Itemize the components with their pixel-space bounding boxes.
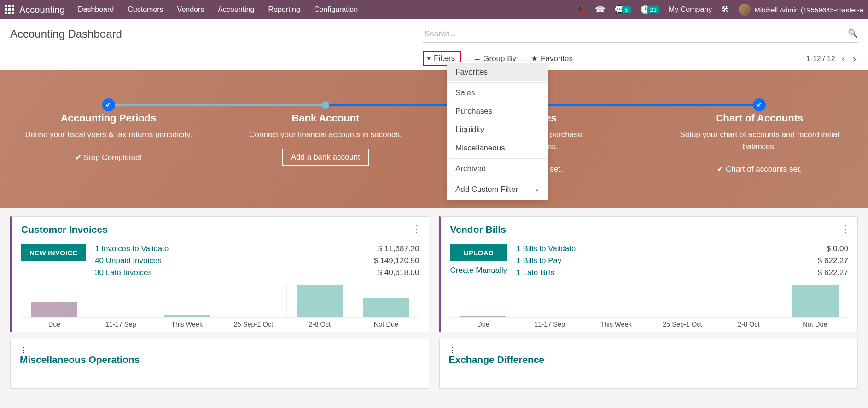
stat-value: $ 622.27 [818, 256, 848, 265]
menu-vendors[interactable]: Vendors [177, 6, 204, 14]
filter-icon: ▾ [427, 53, 431, 63]
check-icon: ✔ [753, 98, 766, 111]
support-icon[interactable]: ☎ [595, 5, 605, 15]
stat-value: $ 622.27 [818, 268, 848, 277]
menu-reporting[interactable]: Reporting [268, 6, 300, 14]
cards-row-2: ⋮ Miscellaneous Operations ⋮ Exchange Di… [0, 332, 868, 389]
card-customer-invoices: ⋮ Customer Invoices NEW INVOICE 1 Invoic… [10, 216, 429, 332]
bills-to-pay[interactable]: 1 Bills to Pay [516, 256, 561, 265]
filter-favorites[interactable]: Favorites [447, 63, 548, 81]
add-bank-account-button[interactable]: Add a bank account [217, 153, 434, 162]
step-bank-account[interactable]: Bank Account Connect your financial acco… [217, 70, 434, 208]
menu-configuration[interactable]: Configuration [314, 6, 358, 14]
filter-archived[interactable]: Archived [447, 160, 548, 178]
avatar [739, 4, 751, 16]
bills-to-validate[interactable]: 1 Bills to Validate [516, 244, 576, 253]
step-accounting-periods[interactable]: ✔ Accounting Periods Define your fiscal … [0, 70, 217, 208]
chart-labels: Due11-17 SepThis Week25 Sep-1 Oct2-8 Oct… [21, 321, 419, 328]
messages-button[interactable]: 💬 5 [614, 5, 630, 15]
step-desc: Connect your financial accounts in secon… [217, 129, 434, 141]
chat-badge: 5 [622, 6, 630, 13]
kebab-icon[interactable]: ⋮ [841, 223, 850, 234]
apps-icon[interactable] [5, 5, 14, 14]
pager: 1-12 / 12 ‹ › [806, 53, 858, 64]
onboarding-hero: ✔ Accounting Periods Define your fiscal … [0, 70, 868, 208]
user-menu[interactable]: Mitchell Admin (19559645-master-a [739, 4, 863, 16]
stat-value: $ 0.00 [827, 244, 848, 253]
filter-purchases[interactable]: Purchases [447, 102, 548, 121]
top-nav: Accounting Dashboard Customers Vendors A… [0, 0, 868, 19]
stat-value: $ 11,687.30 [378, 244, 419, 253]
pager-next[interactable]: › [851, 53, 858, 64]
menu-accounting[interactable]: Accounting [218, 6, 254, 14]
card-title[interactable]: Vendor Bills [450, 224, 849, 235]
pager-prev[interactable]: ‹ [840, 53, 847, 64]
create-manually-link[interactable]: Create Manually [450, 266, 507, 275]
step-title: Accounting Periods [0, 112, 217, 124]
step-chart-of-accounts[interactable]: ✔ Chart of Accounts Setup your chart of … [651, 70, 868, 208]
step-status: Step Completed! [0, 153, 217, 162]
stat-value: $ 149,120.50 [373, 256, 419, 265]
kebab-icon[interactable]: ⋮ [20, 345, 419, 354]
step-title: Chart of Accounts [651, 112, 868, 124]
filters-dropdown: Favorites Sales Purchases Liquidity Misc… [447, 62, 548, 200]
kebab-icon[interactable]: ⋮ [449, 345, 849, 354]
card-misc-operations: ⋮ Miscellaneous Operations [10, 339, 429, 389]
company-name[interactable]: My Company [669, 6, 712, 14]
card-vendor-bills: ⋮ Vendor Bills UPLOAD Create Manually 1 … [439, 216, 858, 332]
unpaid-invoices[interactable]: 40 Unpaid Invoices [95, 256, 162, 265]
check-icon: ✔ [102, 98, 115, 111]
main-menu: Dashboard Customers Vendors Accounting R… [78, 6, 358, 14]
bug-icon[interactable]: 🐞 [576, 5, 586, 15]
late-bills[interactable]: 1 Late Bills [516, 268, 554, 277]
brand[interactable]: Accounting [19, 5, 65, 15]
tools-icon[interactable]: 🛠 [721, 5, 729, 15]
upload-button[interactable]: UPLOAD [450, 244, 507, 261]
step-title: Bank Account [217, 112, 434, 124]
card-exchange-difference: ⋮ Exchange Difference [439, 339, 858, 389]
menu-customers[interactable]: Customers [128, 6, 163, 14]
step-status: Chart of accounts set. [651, 164, 868, 174]
pager-text: 1-12 / 12 [806, 55, 835, 63]
cards-row: ⋮ Customer Invoices NEW INVOICE 1 Invoic… [0, 208, 868, 332]
kebab-icon[interactable]: ⋮ [412, 223, 421, 234]
stat-value: $ 40,618.00 [378, 268, 419, 277]
step-desc: Setup your chart of accounts and record … [651, 129, 868, 152]
card-title[interactable]: Miscellaneous Operations [20, 354, 419, 365]
invoices-to-validate[interactable]: 1 Invoices to Validate [95, 244, 169, 253]
activities-button[interactable]: 🕐 23 [640, 5, 659, 15]
user-name: Mitchell Admin (19559645-master-a [754, 6, 863, 14]
late-invoices[interactable]: 30 Late Invoices [95, 268, 152, 277]
invoices-bar-chart [21, 282, 419, 318]
menu-dashboard[interactable]: Dashboard [78, 6, 114, 14]
add-custom-filter[interactable]: Add Custom Filter [447, 180, 548, 199]
filter-liquidity[interactable]: Liquidity [447, 121, 548, 139]
card-title[interactable]: Exchange Difference [449, 354, 849, 365]
subheader: Accounting Dashboard 🔍 ▾ Filters ≣ Group… [0, 19, 868, 70]
search-icon[interactable]: 🔍 [848, 29, 858, 39]
card-title[interactable]: Customer Invoices [21, 224, 419, 235]
step-desc: Define your fiscal years & tax returns p… [0, 129, 217, 141]
bills-bar-chart [450, 282, 849, 318]
filter-miscellaneous[interactable]: Miscellaneous [447, 139, 548, 157]
search-input[interactable] [423, 28, 858, 43]
new-invoice-button[interactable]: NEW INVOICE [21, 244, 86, 261]
chart-labels: Due11-17 SepThis Week25 Sep-1 Oct2-8 Oct… [450, 321, 849, 328]
page-title: Accounting Dashboard [10, 28, 423, 40]
step-dot [322, 101, 329, 109]
clock-badge: 23 [647, 6, 659, 13]
filter-sales[interactable]: Sales [447, 84, 548, 102]
